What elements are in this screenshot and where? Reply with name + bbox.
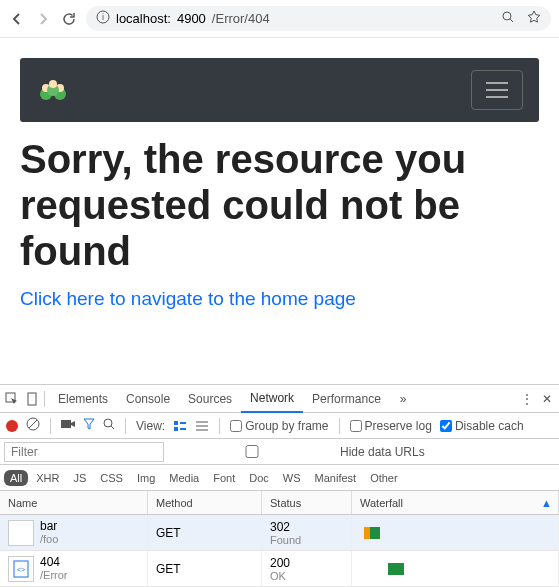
disable-cache-checkbox[interactable]: Disable cach — [440, 419, 524, 433]
svg-rect-14 — [28, 393, 36, 405]
tab-elements[interactable]: Elements — [49, 385, 117, 413]
preserve-log-checkbox[interactable]: Preserve log — [350, 419, 432, 433]
status-code: 302 — [270, 520, 290, 534]
request-row[interactable]: <>404/ErrorGET200OK — [0, 551, 559, 587]
small-rows-icon[interactable] — [195, 419, 209, 433]
col-header-waterfall[interactable]: Waterfall▲ — [352, 491, 559, 514]
svg-text:i: i — [102, 12, 104, 22]
svg-rect-21 — [174, 427, 178, 431]
devtools-panel: ElementsConsoleSourcesNetworkPerformance… — [0, 384, 559, 587]
svg-point-18 — [104, 419, 112, 427]
filter-type-manifest[interactable]: Manifest — [309, 470, 363, 486]
filter-input[interactable] — [4, 442, 164, 462]
url-host: localhost: — [116, 11, 171, 26]
svg-line-3 — [510, 19, 513, 22]
filter-type-font[interactable]: Font — [207, 470, 241, 486]
search-icon[interactable] — [103, 418, 115, 433]
col-header-method[interactable]: Method — [148, 491, 262, 514]
view-label: View: — [136, 419, 165, 433]
zoom-icon[interactable] — [501, 10, 515, 27]
camera-icon[interactable] — [61, 418, 75, 433]
site-navbar — [20, 58, 539, 122]
star-icon[interactable] — [527, 10, 541, 27]
error-heading: Sorry, the resource you requested could … — [20, 136, 539, 274]
hide-data-urls-checkbox[interactable]: Hide data URLs — [168, 445, 425, 459]
svg-rect-23 — [180, 428, 186, 430]
home-link[interactable]: Click here to navigate to the home page — [20, 288, 356, 310]
menu-toggle-button[interactable] — [471, 70, 523, 110]
url-bar[interactable]: i localhost:4900/Error/404 — [86, 6, 551, 31]
filter-type-img[interactable]: Img — [131, 470, 161, 486]
filter-icon[interactable] — [83, 418, 95, 433]
svg-rect-22 — [180, 422, 186, 424]
filter-type-js[interactable]: JS — [67, 470, 92, 486]
status-text: Found — [270, 534, 301, 546]
col-header-name[interactable]: Name — [0, 491, 148, 514]
request-row[interactable]: bar/fooGET302Found — [0, 515, 559, 551]
svg-text:<>: <> — [17, 566, 25, 573]
tab-console[interactable]: Console — [117, 385, 179, 413]
back-button[interactable] — [8, 10, 26, 28]
filter-type-media[interactable]: Media — [163, 470, 205, 486]
more-tabs-icon[interactable]: » — [394, 392, 413, 406]
large-rows-icon[interactable] — [173, 419, 187, 433]
group-by-frame-checkbox[interactable]: Group by frame — [230, 419, 328, 433]
svg-rect-17 — [61, 420, 71, 428]
svg-point-9 — [49, 80, 57, 88]
filter-type-xhr[interactable]: XHR — [30, 470, 65, 486]
status-code: 200 — [270, 556, 290, 570]
sort-indicator-icon: ▲ — [541, 497, 552, 509]
forward-button[interactable] — [34, 10, 52, 28]
info-icon: i — [96, 10, 110, 27]
filter-type-ws[interactable]: WS — [277, 470, 307, 486]
request-path: /foo — [40, 533, 58, 546]
device-icon[interactable] — [24, 391, 40, 407]
col-header-status[interactable]: Status — [262, 491, 352, 514]
tab-performance[interactable]: Performance — [303, 385, 390, 413]
inspect-icon[interactable] — [4, 391, 20, 407]
svg-point-2 — [503, 12, 511, 20]
record-button[interactable] — [6, 420, 18, 432]
request-method: GET — [148, 551, 262, 586]
tab-network[interactable]: Network — [241, 385, 303, 413]
waterfall-cell — [352, 551, 559, 586]
svg-rect-20 — [174, 421, 178, 425]
svg-line-19 — [111, 426, 114, 429]
request-path: /Error — [40, 569, 68, 582]
request-method: GET — [148, 515, 262, 550]
request-name: 404 — [40, 555, 68, 569]
file-icon — [8, 520, 34, 546]
svg-line-16 — [29, 420, 37, 428]
tab-sources[interactable]: Sources — [179, 385, 241, 413]
request-name: bar — [40, 519, 58, 533]
file-icon: <> — [8, 556, 34, 582]
waterfall-cell — [352, 515, 559, 550]
devtools-close-icon[interactable]: ✕ — [539, 391, 555, 407]
filter-type-other[interactable]: Other — [364, 470, 404, 486]
filter-type-css[interactable]: CSS — [94, 470, 129, 486]
status-text: OK — [270, 570, 290, 582]
devtools-menu-icon[interactable]: ⋮ — [519, 391, 535, 407]
reload-button[interactable] — [60, 10, 78, 28]
clear-icon[interactable] — [26, 417, 40, 434]
site-logo — [36, 76, 70, 104]
filter-type-doc[interactable]: Doc — [243, 470, 275, 486]
filter-type-all[interactable]: All — [4, 470, 28, 486]
